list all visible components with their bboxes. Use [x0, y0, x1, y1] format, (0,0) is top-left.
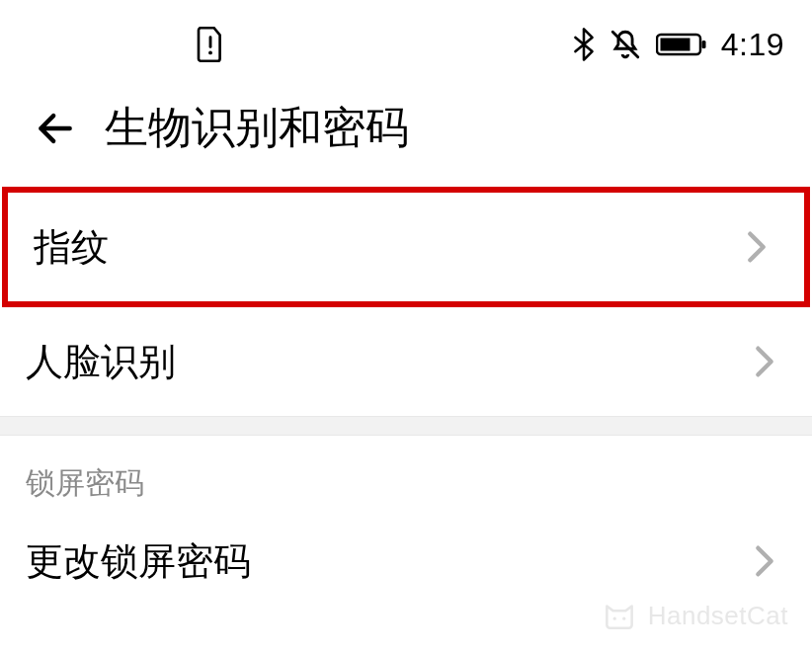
row-fingerprint[interactable]: 指纹 [8, 193, 804, 301]
svg-point-6 [612, 617, 615, 620]
battery-icon [656, 32, 707, 57]
settings-list: 指纹 人脸识别 锁屏密码 更改锁屏密码 [0, 187, 812, 613]
section-header-lockscreen: 锁屏密码 [0, 436, 812, 510]
svg-point-7 [622, 617, 625, 620]
row-face-recognition[interactable]: 人脸识别 [0, 307, 812, 416]
row-label-face: 人脸识别 [26, 337, 176, 387]
status-bar: 4:19 [0, 0, 812, 89]
sim-alert-icon [196, 27, 225, 62]
back-arrow-icon[interactable] [34, 107, 77, 150]
highlight-box: 指纹 [2, 187, 810, 307]
chevron-right-icon [747, 230, 767, 264]
page-header: 生物识别和密码 [0, 89, 812, 187]
bluetooth-icon [573, 28, 595, 61]
section-divider [0, 416, 812, 436]
row-change-password[interactable]: 更改锁屏密码 [0, 510, 812, 613]
status-right: 4:19 [573, 27, 784, 63]
svg-rect-5 [701, 41, 705, 48]
row-label-fingerprint: 指纹 [34, 222, 109, 273]
chevron-right-icon [755, 345, 774, 378]
svg-rect-4 [660, 39, 690, 51]
svg-line-2 [612, 32, 638, 57]
chevron-right-icon [755, 544, 774, 578]
status-time: 4:19 [721, 27, 784, 63]
svg-point-1 [208, 50, 212, 54]
dnd-bell-off-icon [609, 28, 642, 61]
status-left [196, 27, 225, 62]
page-title: 生物识别和密码 [105, 99, 409, 157]
row-label-change-password: 更改锁屏密码 [26, 536, 251, 587]
